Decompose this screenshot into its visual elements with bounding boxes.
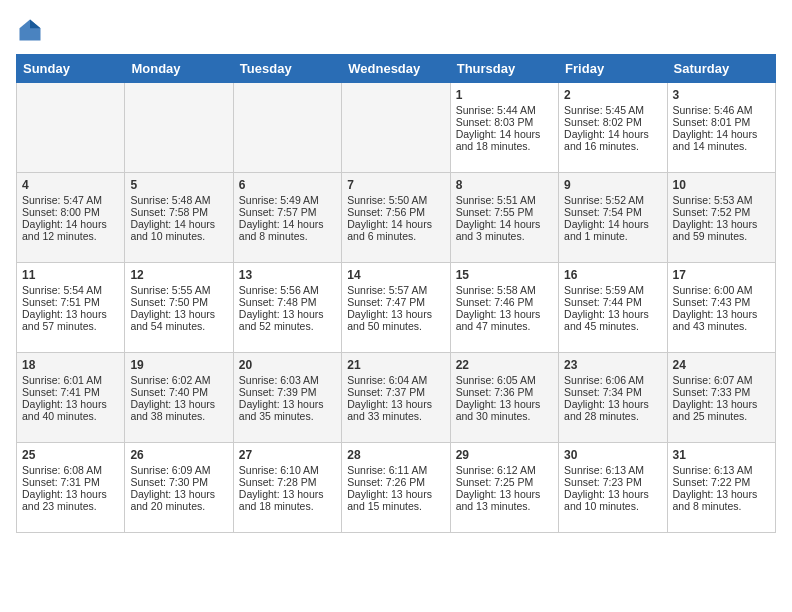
date-number: 18 xyxy=(22,358,119,372)
date-number: 31 xyxy=(673,448,770,462)
cell-info-line: Sunset: 8:00 PM xyxy=(22,206,119,218)
cell-info-line: Sunrise: 5:57 AM xyxy=(347,284,444,296)
cell-info-line: Daylight: 14 hours xyxy=(564,128,661,140)
calendar-cell: 8Sunrise: 5:51 AMSunset: 7:55 PMDaylight… xyxy=(450,173,558,263)
cell-info-line: Daylight: 14 hours xyxy=(456,218,553,230)
calendar-cell: 20Sunrise: 6:03 AMSunset: 7:39 PMDayligh… xyxy=(233,353,341,443)
cell-info-line: and 40 minutes. xyxy=(22,410,119,422)
cell-info-line: Daylight: 13 hours xyxy=(673,398,770,410)
cell-info-line: Daylight: 13 hours xyxy=(130,398,227,410)
cell-info-line: Sunrise: 6:02 AM xyxy=(130,374,227,386)
cell-info-line: Sunset: 7:26 PM xyxy=(347,476,444,488)
calendar-cell: 2Sunrise: 5:45 AMSunset: 8:02 PMDaylight… xyxy=(559,83,667,173)
cell-info-line: Sunset: 7:48 PM xyxy=(239,296,336,308)
calendar-cell: 4Sunrise: 5:47 AMSunset: 8:00 PMDaylight… xyxy=(17,173,125,263)
date-number: 13 xyxy=(239,268,336,282)
cell-info-line: Daylight: 13 hours xyxy=(347,398,444,410)
cell-info-line: and 50 minutes. xyxy=(347,320,444,332)
calendar-cell: 6Sunrise: 5:49 AMSunset: 7:57 PMDaylight… xyxy=(233,173,341,263)
cell-info-line: Sunset: 7:47 PM xyxy=(347,296,444,308)
cell-info-line: and 25 minutes. xyxy=(673,410,770,422)
cell-info-line: Daylight: 13 hours xyxy=(456,398,553,410)
svg-marker-1 xyxy=(30,20,41,29)
cell-info-line: Sunset: 7:23 PM xyxy=(564,476,661,488)
cell-info-line: Sunrise: 6:10 AM xyxy=(239,464,336,476)
date-number: 10 xyxy=(673,178,770,192)
cell-info-line: and 57 minutes. xyxy=(22,320,119,332)
logo xyxy=(16,16,48,44)
calendar-cell: 24Sunrise: 6:07 AMSunset: 7:33 PMDayligh… xyxy=(667,353,775,443)
cell-info-line: Sunrise: 5:56 AM xyxy=(239,284,336,296)
cell-info-line: Sunset: 7:56 PM xyxy=(347,206,444,218)
cell-info-line: and 35 minutes. xyxy=(239,410,336,422)
calendar-cell: 13Sunrise: 5:56 AMSunset: 7:48 PMDayligh… xyxy=(233,263,341,353)
cell-info-line: Daylight: 13 hours xyxy=(673,218,770,230)
cell-info-line: and 33 minutes. xyxy=(347,410,444,422)
date-number: 20 xyxy=(239,358,336,372)
calendar-cell: 29Sunrise: 6:12 AMSunset: 7:25 PMDayligh… xyxy=(450,443,558,533)
cell-info-line: and 18 minutes. xyxy=(456,140,553,152)
date-number: 29 xyxy=(456,448,553,462)
cell-info-line: Daylight: 14 hours xyxy=(456,128,553,140)
calendar-table: SundayMondayTuesdayWednesdayThursdayFrid… xyxy=(16,54,776,533)
cell-info-line: Sunrise: 5:50 AM xyxy=(347,194,444,206)
calendar-cell xyxy=(342,83,450,173)
cell-info-line: and 12 minutes. xyxy=(22,230,119,242)
cell-info-line: Sunset: 7:55 PM xyxy=(456,206,553,218)
cell-info-line: Sunrise: 6:12 AM xyxy=(456,464,553,476)
cell-info-line: Daylight: 13 hours xyxy=(564,398,661,410)
date-number: 9 xyxy=(564,178,661,192)
date-number: 27 xyxy=(239,448,336,462)
week-row-1: 1Sunrise: 5:44 AMSunset: 8:03 PMDaylight… xyxy=(17,83,776,173)
date-number: 7 xyxy=(347,178,444,192)
cell-info-line: Sunset: 7:25 PM xyxy=(456,476,553,488)
cell-info-line: Sunset: 7:39 PM xyxy=(239,386,336,398)
day-header-tuesday: Tuesday xyxy=(233,55,341,83)
calendar-cell: 26Sunrise: 6:09 AMSunset: 7:30 PMDayligh… xyxy=(125,443,233,533)
cell-info-line: Daylight: 13 hours xyxy=(22,398,119,410)
date-number: 30 xyxy=(564,448,661,462)
calendar-cell xyxy=(125,83,233,173)
cell-info-line: Sunrise: 6:05 AM xyxy=(456,374,553,386)
calendar-cell xyxy=(17,83,125,173)
date-number: 6 xyxy=(239,178,336,192)
cell-info-line: Daylight: 13 hours xyxy=(347,308,444,320)
week-row-4: 18Sunrise: 6:01 AMSunset: 7:41 PMDayligh… xyxy=(17,353,776,443)
cell-info-line: Sunset: 8:01 PM xyxy=(673,116,770,128)
cell-info-line: Sunrise: 5:54 AM xyxy=(22,284,119,296)
day-header-saturday: Saturday xyxy=(667,55,775,83)
cell-info-line: Daylight: 13 hours xyxy=(564,308,661,320)
cell-info-line: and 59 minutes. xyxy=(673,230,770,242)
cell-info-line: Sunset: 7:34 PM xyxy=(564,386,661,398)
calendar-cell: 19Sunrise: 6:02 AMSunset: 7:40 PMDayligh… xyxy=(125,353,233,443)
cell-info-line: Sunset: 7:36 PM xyxy=(456,386,553,398)
cell-info-line: Sunset: 8:02 PM xyxy=(564,116,661,128)
date-number: 26 xyxy=(130,448,227,462)
calendar-cell: 25Sunrise: 6:08 AMSunset: 7:31 PMDayligh… xyxy=(17,443,125,533)
cell-info-line: and 3 minutes. xyxy=(456,230,553,242)
cell-info-line: Daylight: 14 hours xyxy=(22,218,119,230)
date-number: 17 xyxy=(673,268,770,282)
cell-info-line: and 1 minute. xyxy=(564,230,661,242)
cell-info-line: Sunset: 8:03 PM xyxy=(456,116,553,128)
cell-info-line: and 54 minutes. xyxy=(130,320,227,332)
day-header-friday: Friday xyxy=(559,55,667,83)
calendar-cell: 12Sunrise: 5:55 AMSunset: 7:50 PMDayligh… xyxy=(125,263,233,353)
cell-info-line: Daylight: 13 hours xyxy=(239,488,336,500)
cell-info-line: Sunrise: 5:51 AM xyxy=(456,194,553,206)
cell-info-line: Sunrise: 5:45 AM xyxy=(564,104,661,116)
date-number: 4 xyxy=(22,178,119,192)
date-number: 8 xyxy=(456,178,553,192)
cell-info-line: Sunset: 7:33 PM xyxy=(673,386,770,398)
cell-info-line: Daylight: 13 hours xyxy=(347,488,444,500)
date-number: 28 xyxy=(347,448,444,462)
cell-info-line: Sunrise: 6:07 AM xyxy=(673,374,770,386)
cell-info-line: Sunrise: 6:06 AM xyxy=(564,374,661,386)
cell-info-line: Sunrise: 5:59 AM xyxy=(564,284,661,296)
cell-info-line: Sunset: 7:46 PM xyxy=(456,296,553,308)
calendar-cell: 15Sunrise: 5:58 AMSunset: 7:46 PMDayligh… xyxy=(450,263,558,353)
cell-info-line: and 43 minutes. xyxy=(673,320,770,332)
cell-info-line: and 38 minutes. xyxy=(130,410,227,422)
cell-info-line: Sunrise: 5:48 AM xyxy=(130,194,227,206)
calendar-cell: 5Sunrise: 5:48 AMSunset: 7:58 PMDaylight… xyxy=(125,173,233,263)
